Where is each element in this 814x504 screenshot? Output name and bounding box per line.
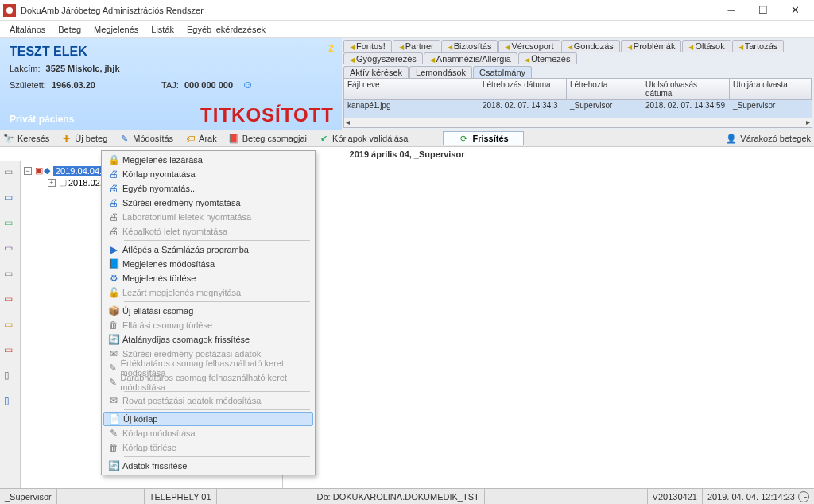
- ctx-item[interactable]: 📄Új kórlap: [103, 412, 313, 426]
- validate-button[interactable]: ✔Kórlapok validálása: [318, 133, 408, 144]
- context-menu: 🔒Megjelenés lezárása🖨Kórlap nyomtatása🖨E…: [101, 150, 316, 475]
- grid-icon[interactable]: ▭: [4, 242, 17, 254]
- flag-icon[interactable]: ▭: [4, 293, 17, 304]
- tab-partner[interactable]: ◀Partner: [393, 40, 440, 52]
- tab-lemondasok[interactable]: Lemondások: [409, 66, 472, 78]
- menu-general[interactable]: Általános: [3, 23, 52, 36]
- expand-icon[interactable]: +: [48, 179, 56, 187]
- ctx-item[interactable]: ▶Átlépés a Számlázás programba: [103, 242, 313, 257]
- maximize-button[interactable]: ☐: [747, 0, 779, 21]
- private-patient-label: Privát páciens: [10, 114, 74, 125]
- tab-vercsoport[interactable]: ◀Vércsoport: [498, 40, 560, 52]
- ctx-item: 🗑Kórlap törlése: [103, 440, 313, 455]
- ctx-item[interactable]: 🖨Kórlap nyomtatása: [103, 167, 313, 181]
- doc2-icon[interactable]: ▯: [4, 395, 17, 406]
- ctx-label: Darabhatáros csomag felhasználható keret…: [120, 373, 308, 392]
- tab-problemak[interactable]: ◀Problémák: [621, 40, 682, 52]
- tabs-top: ◀Fontos! ◀Partner ◀Biztosítás ◀Vércsopor…: [342, 38, 814, 64]
- tab-gyogyszer[interactable]: ◀Gyógyszerezés: [343, 52, 423, 64]
- ctx-item[interactable]: 🔄Átalánydíjas csomagok frissítése: [103, 332, 313, 347]
- statusbar: _Supervisor TELEPHELY 01 Db: DOKUKAROLIN…: [0, 488, 814, 504]
- ctx-icon: ▶: [105, 244, 122, 255]
- ctx-item: ✉Rovat postázási adatok módosítása: [103, 394, 313, 408]
- waiting-patients-button[interactable]: 👤Várakozó betegek: [726, 133, 811, 144]
- ctx-item[interactable]: 🔒Megjelenés lezárása: [103, 153, 313, 167]
- left-iconbar: ▭ ▭ ▭ ▭ ▭ ▭ ▭ ▭ ▯ ▯: [0, 161, 21, 488]
- ctx-item[interactable]: 🖨Szűrési eredmény nyomtatása: [103, 196, 313, 210]
- search-button[interactable]: 🔭Keresés: [3, 133, 49, 144]
- col-filename[interactable]: Fájl neve: [344, 79, 479, 99]
- col-created-date[interactable]: Létrehozás dátuma: [479, 79, 567, 99]
- note-icon[interactable]: ▭: [4, 319, 17, 330]
- ctx-label: Megjelenés törlése: [122, 273, 196, 283]
- packages-button[interactable]: 📕Beteg csomagjai: [228, 133, 307, 144]
- ctx-icon: 🖨: [105, 183, 122, 194]
- grid-scrollbar[interactable]: [344, 118, 812, 127]
- tag-icon: 🏷: [184, 133, 196, 144]
- tab-anamnezis[interactable]: ◀Anamnézis/Allergia: [424, 52, 517, 64]
- cell-lastread-by: _Supervisor: [730, 100, 812, 110]
- menu-lists[interactable]: Listák: [145, 23, 180, 36]
- menu-patient[interactable]: Beteg: [52, 23, 87, 36]
- page-icon[interactable]: ▭: [4, 192, 17, 203]
- list-icon[interactable]: ▭: [4, 268, 17, 279]
- tab-csatolmany[interactable]: Csatolmány: [473, 66, 532, 78]
- menubar: Általános Beteg Megjelenés Listák Egyéb …: [0, 21, 814, 38]
- tab-aktiv-keresek[interactable]: Aktív kérések: [343, 66, 409, 78]
- newdoc-icon: ✚: [60, 133, 72, 144]
- folder-icon: ▣: [35, 165, 43, 176]
- ctx-icon: 🔄: [105, 334, 122, 345]
- menu-queries[interactable]: Egyéb lekérdezések: [180, 23, 272, 36]
- addr-label: Lakcím:: [10, 64, 41, 73]
- ctx-separator: [124, 456, 310, 457]
- tab-utemezes[interactable]: ◀Ütemezés: [518, 52, 577, 64]
- book-icon[interactable]: ▭: [4, 166, 17, 177]
- newpatient-button[interactable]: ✚Új beteg: [60, 133, 107, 144]
- tab-fontos[interactable]: ◀Fontos!: [343, 40, 392, 52]
- note2-icon[interactable]: ▭: [4, 344, 17, 355]
- ctx-item[interactable]: 🔄Adatok frissítése: [103, 459, 313, 473]
- ctx-icon: 🗑: [105, 442, 122, 453]
- ctx-icon: ✎: [105, 362, 121, 374]
- ctx-item[interactable]: 🖨Egyéb nyomtatás...: [103, 181, 313, 196]
- cell-filename: kanapé1.jpg: [344, 100, 479, 110]
- ctx-label: Kórlap módosítása: [122, 428, 196, 438]
- col-lastread-date[interactable]: Utolsó olvasás dátuma: [642, 79, 730, 99]
- doc-icon[interactable]: ▯: [4, 370, 17, 381]
- minimize-button[interactable]: ─: [715, 0, 747, 21]
- smile-icon: ☺: [242, 78, 253, 91]
- ctx-item: 🔓Lezárt megjelenés megnyitása: [103, 285, 313, 300]
- modify-button[interactable]: ✎Módosítás: [118, 133, 173, 144]
- check-icon: ✔: [318, 133, 329, 144]
- ctx-item[interactable]: 📘Megjelenés módosítása: [103, 257, 313, 271]
- ctx-label: Új kórlap: [123, 414, 157, 424]
- ctx-separator: [124, 409, 310, 410]
- prices-button[interactable]: 🏷Árak: [184, 133, 217, 144]
- screen-icon[interactable]: ▭: [4, 217, 17, 228]
- refresh-button[interactable]: ⟳Frissítés: [443, 131, 523, 145]
- tab-biztositas[interactable]: ◀Biztosítás: [441, 40, 498, 52]
- status-timestamp: 2019. 04. 04. 12:14:23: [707, 492, 795, 502]
- ctx-item: 🖨Laboratoriumi leletek nyomtatása: [103, 210, 313, 224]
- ctx-label: Lezárt megjelenés megnyitása: [122, 288, 241, 297]
- pencil-icon: ✎: [118, 133, 130, 144]
- birth-label: Született:: [10, 80, 46, 90]
- col-lastread-by[interactable]: Utoljára olvasta: [730, 79, 812, 99]
- col-created-by[interactable]: Létrehozta: [567, 79, 642, 99]
- encrypt-watermark: TITKOSÍTOTT: [200, 104, 334, 126]
- ctx-item: ✎Darabhatáros csomag felhasználható kere…: [103, 375, 313, 390]
- menu-appearance[interactable]: Megjelenés: [87, 23, 145, 36]
- ctx-item: 🗑Ellátási csomag törlése: [103, 318, 313, 332]
- clock-icon: [798, 491, 809, 502]
- person-icon: 👤: [726, 133, 737, 144]
- ctx-label: Megjelenés lezárása: [122, 155, 203, 165]
- close-button[interactable]: ✕: [779, 0, 811, 21]
- table-row[interactable]: kanapé1.jpg 2018. 02. 07. 14:34:3 _Super…: [344, 100, 812, 110]
- ctx-item[interactable]: ⚙Megjelenés törlése: [103, 271, 313, 285]
- tab-tartozas[interactable]: ◀Tartozás: [732, 40, 785, 52]
- tab-oltasok[interactable]: ◀Oltások: [682, 40, 731, 52]
- tab-gondozas[interactable]: ◀Gondozás: [561, 40, 620, 52]
- expand-icon[interactable]: −: [24, 167, 32, 175]
- record-icon: ◆: [44, 165, 50, 176]
- ctx-item[interactable]: 📦Új ellátási csomag: [103, 304, 313, 318]
